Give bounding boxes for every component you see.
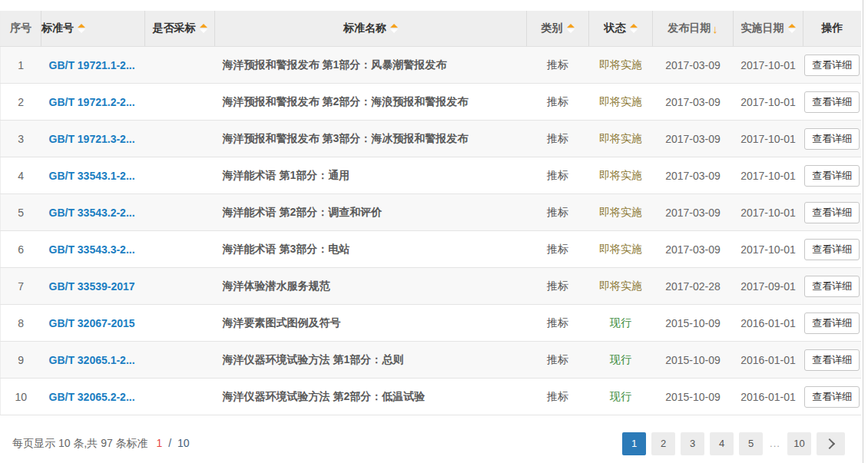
row-index-cell: 7 bbox=[1, 268, 41, 305]
row-index: 9 bbox=[18, 354, 24, 366]
standard-code-cell: GB/T 33543.1-2... bbox=[41, 157, 145, 194]
view-detail-button[interactable]: 查看详细 bbox=[804, 239, 860, 260]
table-footer: 每页显示 10 条,共 97 条标准 1 / 10 12345...10 bbox=[0, 415, 863, 463]
page-button-10[interactable]: 10 bbox=[787, 432, 811, 455]
page-button-4[interactable]: 4 bbox=[710, 432, 734, 455]
standard-name-cell: 海洋能术语 第1部分：通用 bbox=[215, 157, 527, 194]
publish-date-cell: 2017-03-09 bbox=[653, 47, 734, 84]
standard-code-cell: GB/T 33543.2-2... bbox=[41, 194, 145, 231]
category-value: 推标 bbox=[547, 243, 568, 255]
standard-name: 海洋仪器环境试验方法 第2部分：低温试验 bbox=[223, 390, 426, 402]
standards-table: 序号标准号是否采标标准名称类别状态发布日期↓实施日期操作 1 GB/T 1972… bbox=[0, 11, 861, 415]
standard-code-link[interactable]: GB/T 32067-2015 bbox=[49, 317, 135, 329]
implement-date-cell: 2017-09-01 bbox=[734, 268, 803, 305]
standard-name-cell: 海洋预报和警报发布 第1部分：风暴潮警报发布 bbox=[215, 47, 527, 84]
standard-code-link[interactable]: GB/T 19721.2-2... bbox=[49, 96, 135, 108]
column-header-name[interactable]: 标准名称 bbox=[215, 11, 527, 47]
status-cell: 即将实施 bbox=[589, 231, 653, 268]
status-cell: 现行 bbox=[589, 342, 653, 379]
publish-date: 2017-03-09 bbox=[665, 243, 721, 256]
category-value: 推标 bbox=[547, 132, 568, 144]
page-indicator-separator: / bbox=[168, 437, 171, 449]
view-detail-button[interactable]: 查看详细 bbox=[804, 313, 860, 334]
sort-carets-icon bbox=[200, 24, 207, 33]
standard-name: 海洋预报和警报发布 第3部分：海冰预报和警报发布 bbox=[223, 132, 469, 144]
status-cell: 即将实施 bbox=[589, 121, 653, 157]
standard-name-cell: 海洋预报和警报发布 第2部分：海浪预报和警报发布 bbox=[215, 84, 527, 121]
publish-date-cell: 2015-10-09 bbox=[653, 305, 734, 342]
standard-code-link[interactable]: GB/T 19721.1-2... bbox=[49, 59, 135, 71]
status-cell: 即将实施 bbox=[589, 84, 653, 121]
standard-code-link[interactable]: GB/T 32065.2-2... bbox=[49, 391, 135, 403]
action-cell: 查看详细 bbox=[803, 231, 862, 268]
row-index-cell: 9 bbox=[1, 342, 41, 379]
category-cell: 推标 bbox=[527, 121, 589, 157]
page-button-1[interactable]: 1 bbox=[622, 432, 646, 455]
next-page-button[interactable] bbox=[817, 432, 845, 455]
standard-code-link[interactable]: GB/T 33543.2-2... bbox=[49, 207, 135, 219]
column-header-code[interactable]: 标准号 bbox=[41, 11, 145, 47]
adopted-cell bbox=[145, 194, 215, 231]
standard-code-link[interactable]: GB/T 32065.1-2... bbox=[49, 354, 135, 366]
view-detail-button[interactable]: 查看详细 bbox=[804, 91, 860, 113]
table-row: 4 GB/T 33543.1-2... 海洋能术语 第1部分：通用 推标 即将实… bbox=[1, 157, 862, 194]
implement-date: 2017-10-01 bbox=[740, 59, 796, 71]
view-detail-button[interactable]: 查看详细 bbox=[804, 386, 860, 408]
column-header-adopted[interactable]: 是否采标 bbox=[145, 11, 215, 47]
standard-name-cell: 海洋仪器环境试验方法 第1部分：总则 bbox=[215, 342, 527, 379]
category-value: 推标 bbox=[547, 353, 568, 365]
adopted-cell bbox=[145, 84, 215, 121]
column-header-pub[interactable]: 发布日期↓ bbox=[653, 11, 734, 47]
standard-code-link[interactable]: GB/T 33543.3-2... bbox=[49, 243, 135, 256]
implement-date-cell: 2017-10-01 bbox=[734, 47, 803, 84]
status-cell: 现行 bbox=[589, 379, 653, 415]
status-badge: 即将实施 bbox=[599, 243, 642, 255]
page-button-2[interactable]: 2 bbox=[651, 432, 675, 455]
pagination-summary-text: 每页显示 10 条,共 97 条标准 bbox=[12, 437, 148, 449]
implement-date: 2017-10-01 bbox=[740, 243, 796, 256]
table-row: 6 GB/T 33543.3-2... 海洋能术语 第3部分：电站 推标 即将实… bbox=[1, 231, 862, 268]
table-row: 10 GB/T 32065.2-2... 海洋仪器环境试验方法 第2部分：低温试… bbox=[1, 379, 862, 415]
page-button-3[interactable]: 3 bbox=[681, 432, 704, 455]
view-detail-button[interactable]: 查看详细 bbox=[804, 349, 860, 371]
standards-list-page: 序号标准号是否采标标准名称类别状态发布日期↓实施日期操作 1 GB/T 1972… bbox=[0, 0, 863, 463]
page-button-5[interactable]: 5 bbox=[739, 432, 763, 455]
standard-code-cell: GB/T 19721.1-2... bbox=[41, 47, 145, 84]
standard-code-link[interactable]: GB/T 19721.3-2... bbox=[49, 133, 135, 145]
column-label: 标准号 bbox=[41, 21, 74, 34]
publish-date-cell: 2015-10-09 bbox=[653, 342, 734, 379]
category-cell: 推标 bbox=[527, 305, 589, 342]
column-header-impl[interactable]: 实施日期 bbox=[734, 11, 803, 47]
standard-code-link[interactable]: GB/T 33539-2017 bbox=[49, 280, 135, 293]
publish-date: 2017-03-09 bbox=[665, 170, 721, 182]
row-index-cell: 3 bbox=[1, 121, 41, 157]
column-label: 类别 bbox=[542, 21, 563, 34]
publish-date: 2015-10-09 bbox=[665, 317, 721, 329]
standard-code-cell: GB/T 33539-2017 bbox=[41, 268, 145, 305]
publish-date: 2017-02-28 bbox=[665, 280, 721, 293]
adopted-cell bbox=[145, 121, 215, 157]
column-header-status[interactable]: 状态 bbox=[589, 11, 653, 47]
view-detail-button[interactable]: 查看详细 bbox=[804, 165, 860, 187]
action-cell: 查看详细 bbox=[803, 121, 862, 157]
implement-date-cell: 2017-10-01 bbox=[734, 157, 803, 194]
table-row: 5 GB/T 33543.2-2... 海洋能术语 第2部分：调查和评价 推标 … bbox=[1, 194, 862, 231]
implement-date: 2017-10-01 bbox=[740, 207, 796, 219]
standard-name-cell: 海洋能术语 第2部分：调查和评价 bbox=[215, 194, 527, 231]
view-detail-button[interactable]: 查看详细 bbox=[804, 128, 860, 150]
standard-name: 海洋体验潜水服务规范 bbox=[223, 279, 330, 292]
row-index: 10 bbox=[15, 391, 27, 403]
column-header-category[interactable]: 类别 bbox=[527, 11, 589, 47]
standard-code-cell: GB/T 19721.2-2... bbox=[41, 84, 145, 121]
row-index-cell: 4 bbox=[1, 157, 41, 194]
view-detail-button[interactable]: 查看详细 bbox=[804, 202, 860, 223]
standard-name-cell: 海洋预报和警报发布 第3部分：海冰预报和警报发布 bbox=[215, 121, 527, 157]
view-detail-button[interactable]: 查看详细 bbox=[804, 55, 860, 76]
view-detail-button[interactable]: 查看详细 bbox=[804, 276, 860, 297]
status-cell: 即将实施 bbox=[589, 194, 653, 231]
standard-code-link[interactable]: GB/T 33543.1-2... bbox=[49, 170, 135, 182]
status-cell: 现行 bbox=[589, 305, 653, 342]
action-cell: 查看详细 bbox=[803, 342, 862, 379]
implement-date: 2016-01-01 bbox=[740, 317, 796, 329]
implement-date: 2017-09-01 bbox=[740, 280, 796, 293]
